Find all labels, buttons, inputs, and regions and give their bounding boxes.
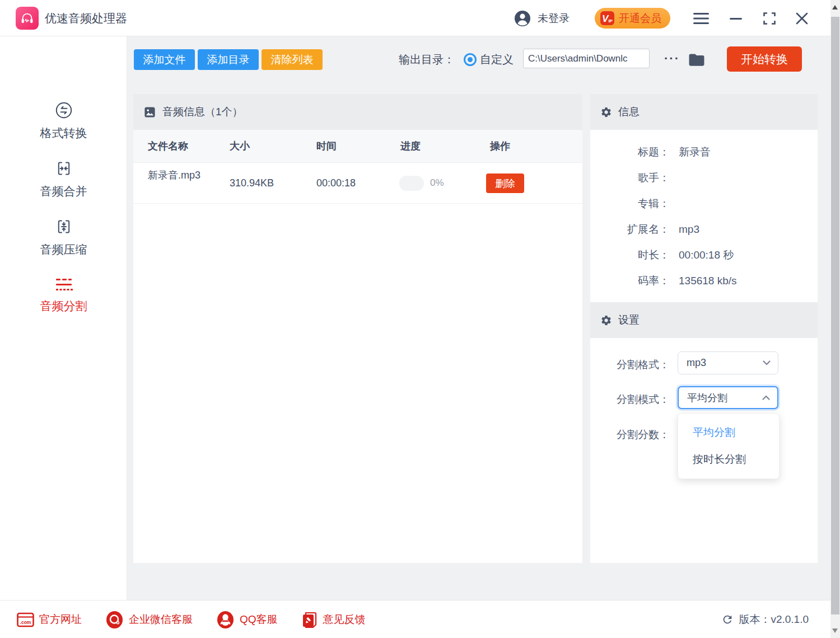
audio-info-icon (143, 106, 156, 119)
audio-files-panel: 音频信息（1个） 文件名称 大小 时间 进度 操作 新录音.mp3 310.94… (133, 94, 582, 563)
menu-button[interactable] (691, 0, 711, 36)
format-convert-icon (55, 101, 73, 119)
info-label-title: 标题： (590, 145, 670, 160)
open-folder-icon[interactable] (687, 50, 706, 69)
info-panel-header: 信息 (590, 94, 818, 130)
official-website-link[interactable]: .com 官方网址 (17, 612, 82, 627)
split-count-label: 分割分数： (590, 428, 670, 442)
headphones-icon (20, 11, 35, 26)
hamburger-icon (693, 12, 709, 25)
settings-panel-header: 设置 (590, 302, 818, 338)
vip-button-label: 开通会员 (619, 11, 661, 26)
split-mode-select[interactable]: 平均分割 (678, 386, 778, 409)
vip-badge-icon: VIP (600, 11, 614, 25)
info-panel-title: 信息 (618, 105, 640, 119)
minimize-icon (729, 12, 743, 25)
clear-list-button[interactable]: 清除列表 (262, 49, 323, 70)
sidebar-item-label: 音频压缩 (40, 242, 87, 257)
login-state-label[interactable]: 未登录 (538, 0, 570, 36)
audio-merge-icon (55, 160, 73, 177)
footer: .com 官方网址 企业微信客服 (0, 600, 840, 638)
title-bar: 优速音频处理器 未登录 VIP 开通会员 (0, 0, 840, 36)
dropdown-option-average-split[interactable]: 平均分割 (678, 419, 779, 446)
sidebar-item-label: 格式转换 (40, 125, 87, 141)
sidebar-item-audio-compress[interactable]: 音频压缩 (0, 212, 127, 263)
col-header-time: 时间 (316, 130, 337, 162)
version-info: 版本：v2.0.1.0 (721, 601, 809, 638)
version-label: 版本：v2.0.1.0 (739, 612, 809, 627)
feedback-link[interactable]: 意见反馈 (301, 611, 366, 628)
footer-link-label: 官方网址 (39, 612, 82, 627)
audio-compress-icon (55, 218, 73, 236)
info-label-album: 专辑： (590, 196, 670, 211)
col-header-progress: 进度 (400, 130, 421, 162)
split-mode-dropdown: 平均分割 按时长分割 (678, 413, 780, 479)
footer-link-label: 企业微信客服 (129, 612, 193, 627)
sidebar-item-label: 音频分割 (40, 298, 87, 314)
audio-split-icon (54, 278, 73, 292)
settings-panel: 设置 分割格式： mp3 分割模式： 平均分割 分割分数： 平均分割 按时长分割 (590, 302, 818, 563)
app-logo (16, 7, 39, 30)
delete-file-button[interactable]: 删除 (486, 173, 524, 193)
split-format-select[interactable]: mp3 (678, 351, 778, 374)
sidebar: 格式转换 音频合并 音频压缩 (0, 36, 127, 600)
table-row: 新录音.mp3 310.94KB 00:00:18 0% 删除 (133, 163, 582, 204)
close-button[interactable] (792, 0, 812, 36)
wechat-service-link[interactable]: 企业微信客服 (105, 611, 193, 629)
file-size-cell: 310.94KB (230, 163, 274, 203)
custom-output-radio[interactable] (464, 53, 477, 66)
settings-panel-body: 分割格式： mp3 分割模式： 平均分割 分割分数： 平均分割 按时长分割 (590, 338, 818, 563)
gear-icon (600, 315, 612, 326)
app-title: 优速音频处理器 (45, 0, 127, 36)
content-area: 添加文件 添加目录 清除列表 输出目录： 自定义 ··· 开始转换 音频信息（1… (127, 36, 830, 600)
info-label-artist: 歌手： (590, 171, 670, 185)
chevron-up-icon (762, 395, 770, 400)
output-path-input[interactable] (523, 49, 650, 68)
add-file-button[interactable]: 添加文件 (134, 49, 195, 70)
refresh-icon[interactable] (721, 613, 734, 626)
vertical-scrollbar[interactable] (830, 0, 840, 638)
sidebar-item-format-convert[interactable]: 格式转换 (0, 95, 127, 147)
split-format-value: mp3 (678, 357, 706, 369)
open-vip-button[interactable]: VIP 开通会员 (595, 8, 670, 29)
gear-icon (600, 106, 612, 118)
progress-bar (399, 176, 424, 191)
scrollbar-up-arrow[interactable] (832, 5, 838, 10)
scrollbar-down-arrow[interactable] (832, 628, 838, 633)
col-header-filename: 文件名称 (148, 130, 188, 162)
qq-service-icon (216, 611, 235, 629)
footer-links: .com 官方网址 企业微信客服 (17, 601, 366, 638)
browse-more-button[interactable]: ··· (663, 49, 681, 70)
file-name-cell: 新录音.mp3 (148, 168, 204, 183)
progress-percent-label: 0% (430, 163, 444, 203)
user-avatar-icon[interactable] (514, 10, 531, 27)
info-value-bitrate: 135618 kb/s (679, 275, 737, 287)
close-icon (796, 12, 808, 25)
scrollbar-thumb[interactable] (831, 17, 839, 614)
start-convert-button[interactable]: 开始转换 (727, 46, 802, 72)
custom-output-radio-label[interactable]: 自定义 (480, 49, 514, 70)
info-value-extension: mp3 (679, 223, 699, 236)
add-directory-button[interactable]: 添加目录 (198, 49, 259, 70)
dropdown-option-by-duration[interactable]: 按时长分割 (678, 446, 779, 473)
minimize-button[interactable] (726, 0, 746, 36)
info-label-extension: 扩展名： (590, 222, 670, 237)
svg-text:.com: .com (20, 619, 31, 625)
footer-link-label: 意见反馈 (323, 612, 366, 627)
sidebar-item-label: 音频合并 (40, 184, 87, 199)
maximize-button[interactable] (759, 0, 780, 36)
qq-service-link[interactable]: QQ客服 (216, 611, 278, 629)
info-label-bitrate: 码率： (590, 274, 670, 288)
col-header-action: 操作 (490, 130, 510, 162)
output-directory-label: 输出目录： (399, 49, 455, 70)
sidebar-item-audio-split[interactable]: 音频分割 (0, 270, 127, 321)
app-window: 优速音频处理器 未登录 VIP 开通会员 (0, 0, 840, 638)
info-panel: 信息 标题：新录音 歌手： 专辑： 扩展名：mp3 时长：00:00:18 秒 … (590, 94, 818, 302)
feedback-icon (301, 611, 318, 628)
split-mode-label: 分割模式： (590, 392, 670, 407)
chevron-down-icon (763, 360, 771, 365)
table-header-row: 文件名称 大小 时间 进度 操作 (133, 130, 582, 163)
sidebar-item-audio-merge[interactable]: 音频合并 (0, 153, 127, 205)
wechat-service-icon (105, 611, 124, 629)
info-value-title: 新录音 (679, 145, 711, 160)
